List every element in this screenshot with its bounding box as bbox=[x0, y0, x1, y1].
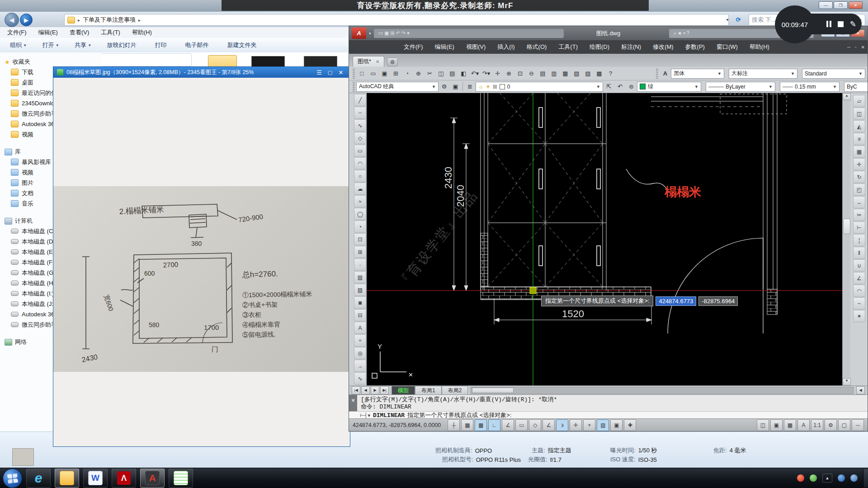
tray-wifi-icon[interactable] bbox=[810, 474, 817, 482]
status-toggle[interactable]: ◇ bbox=[529, 419, 541, 431]
status-coordinates[interactable]: 424874.6773, -82875.6964, 0.0000 bbox=[353, 422, 441, 428]
autocad-menu-item[interactable]: 视图(V) bbox=[460, 41, 491, 53]
status-toggle[interactable]: + bbox=[583, 419, 595, 431]
toolbar-grip[interactable] bbox=[656, 69, 658, 79]
autocad-menu-item[interactable]: 参数(P) bbox=[679, 41, 711, 53]
lineweight-select[interactable]: ——0.15 mm▼ bbox=[780, 82, 840, 92]
autocad-menu-item[interactable]: 编辑(E) bbox=[429, 41, 460, 53]
offset-button[interactable]: ≡ bbox=[853, 133, 865, 145]
layer-previous-button[interactable]: ↶ bbox=[614, 81, 626, 92]
layer-select[interactable]: ☼ ☀ ⊠ 0▼ bbox=[476, 82, 603, 92]
draw-spline-button[interactable]: ≈ bbox=[354, 195, 366, 207]
tab-prev-button[interactable]: ◀ bbox=[361, 386, 370, 394]
mdi-close-button[interactable]: ✕ bbox=[861, 45, 865, 50]
move-button[interactable]: ✛ bbox=[853, 158, 865, 170]
layer-on-icon[interactable]: ☼ bbox=[478, 84, 483, 90]
clean-screen-button[interactable]: ▢ bbox=[838, 419, 850, 431]
address-dropdown-button[interactable]: ▾ bbox=[723, 14, 731, 25]
mdi-restore-button[interactable]: ▫ bbox=[855, 45, 857, 50]
draw-point-button[interactable]: · bbox=[354, 258, 366, 271]
status-toggle[interactable]: ┼ bbox=[448, 419, 460, 431]
toolbar-grip[interactable] bbox=[353, 69, 355, 79]
tray-volume-icon[interactable] bbox=[850, 474, 858, 482]
workspace-select[interactable]: AutoCAD 经典▼ bbox=[356, 82, 439, 92]
table-button[interactable]: ⊟ bbox=[354, 309, 366, 321]
rotate-button[interactable]: ↻ bbox=[853, 171, 865, 183]
make-layer-current-button[interactable]: ⇱ bbox=[603, 81, 614, 92]
table-style-select[interactable]: Standard▼ bbox=[802, 69, 865, 79]
vscroll-thumb[interactable] bbox=[843, 219, 850, 234]
scroll-up-icon[interactable]: ▲ bbox=[843, 93, 851, 100]
back-button[interactable]: ◀ bbox=[5, 13, 19, 27]
taskbar-app-button[interactable] bbox=[55, 469, 79, 488]
autocad-menu-item[interactable]: 标注(N) bbox=[615, 41, 647, 53]
draw-ellipse-arc-button[interactable]: ◔ bbox=[354, 221, 366, 233]
join-button[interactable]: ∪ bbox=[853, 259, 865, 272]
explorer-command-button[interactable]: 新建文件夹 bbox=[224, 39, 263, 51]
draw-line-button[interactable]: ╱ bbox=[354, 94, 366, 106]
hatch-button[interactable]: ▨ bbox=[354, 271, 366, 283]
paste-button[interactable]: ▤ bbox=[447, 68, 458, 79]
make-block-button[interactable]: ⊞ bbox=[354, 246, 366, 258]
autocad-menu-item[interactable]: 插入(I) bbox=[491, 41, 520, 53]
modify-copy-button[interactable]: ◫ bbox=[853, 108, 865, 120]
plot-preview-button[interactable]: ◔ bbox=[401, 68, 413, 79]
stretch-button[interactable]: ↔ bbox=[853, 196, 865, 208]
status-toggle[interactable]: ▣ bbox=[610, 419, 623, 431]
viewer-close-button[interactable]: ✕ bbox=[335, 69, 346, 76]
break-button[interactable]: ‖ bbox=[853, 247, 865, 259]
cut-button[interactable]: ✂ bbox=[424, 68, 435, 79]
explorer-command-button[interactable]: 电子邮件 bbox=[182, 39, 215, 51]
recorder-timer[interactable]: 00:09:47 bbox=[775, 5, 815, 43]
undo-button[interactable]: ↶▾ bbox=[469, 68, 481, 79]
explode-button[interactable]: ✶ bbox=[853, 310, 865, 322]
draw-ellipse-button[interactable]: ◯ bbox=[354, 208, 366, 220]
region-button[interactable]: ◙ bbox=[354, 296, 366, 309]
redo-button[interactable]: ↷▾ bbox=[481, 68, 492, 79]
autocad-menu-item[interactable]: 文件(F) bbox=[398, 41, 429, 53]
explorer-menu-item[interactable]: 工具(T) bbox=[98, 27, 123, 38]
dim-style-select[interactable]: 大标注▼ bbox=[729, 69, 797, 79]
tray-antivirus-icon[interactable] bbox=[797, 474, 804, 482]
explorer-menu-item[interactable]: 查看(V) bbox=[67, 27, 92, 38]
zoom-previous-button[interactable]: ⊖ bbox=[526, 68, 537, 79]
layer-lock-icon[interactable]: ⊠ bbox=[493, 84, 497, 90]
extend-button[interactable]: ⊢ bbox=[853, 221, 865, 234]
pan-button[interactable]: ✛ bbox=[492, 68, 503, 79]
autocad-menu-item[interactable]: 窗口(W) bbox=[711, 41, 744, 53]
break-at-point-button[interactable]: ¦ bbox=[853, 234, 865, 246]
logo-dropdown-icon[interactable]: ▾ bbox=[369, 31, 371, 36]
quick-access-toolbar[interactable]: ▭ ▣ ⊞ ↶ ↷ ▾ bbox=[374, 29, 564, 38]
taskbar-app-button[interactable]: e bbox=[26, 469, 51, 488]
canvas-vscrollbar[interactable]: ▲ ▼ bbox=[842, 93, 850, 385]
quick-view-layouts-button[interactable]: ▣ bbox=[770, 419, 783, 431]
viewer-fullscreen-button[interactable]: ▢ bbox=[325, 70, 335, 75]
match-properties-button[interactable]: ◧ bbox=[458, 68, 469, 79]
save-workspace-button[interactable]: ▣ bbox=[450, 81, 461, 92]
save-button[interactable]: ▣ bbox=[379, 68, 390, 79]
new-button[interactable]: □ bbox=[356, 68, 368, 79]
viewer-titlebar[interactable]: 08榻榻米草图.jpg（3090×1524像素, 2.08MB）- 2345看图… bbox=[53, 67, 350, 78]
layer-properties-button[interactable]: ≣ bbox=[464, 81, 476, 92]
refresh-button[interactable]: ⟳ bbox=[732, 14, 744, 25]
zoom-realtime-button[interactable]: ⊕ bbox=[503, 68, 514, 79]
close-button[interactable]: ✕ bbox=[849, 1, 863, 9]
status-toggle[interactable]: ▭ bbox=[515, 419, 528, 431]
show-desktop-button[interactable] bbox=[863, 469, 868, 488]
properties-button[interactable]: ▤ bbox=[537, 68, 548, 79]
hscroll-thumb[interactable] bbox=[472, 388, 514, 393]
tab-close-icon[interactable]: ✕ bbox=[376, 59, 379, 64]
draw-rectangle-button[interactable]: ▭ bbox=[354, 145, 366, 157]
taskbar-app-button[interactable]: Λ bbox=[112, 469, 136, 488]
mdi-minimize-button[interactable]: ─ bbox=[847, 45, 850, 50]
annotate-pencil-button[interactable]: ✎ bbox=[850, 19, 856, 29]
plot-button[interactable]: ⊞ bbox=[390, 68, 401, 79]
status-toggle[interactable]: ✛ bbox=[570, 419, 582, 431]
layout-tab[interactable]: 布局2 bbox=[442, 386, 468, 395]
draw-arc-button[interactable]: ◠ bbox=[354, 157, 366, 169]
cad-canvas[interactable]: 『育设学堂』出品 bbox=[367, 93, 842, 385]
sketch-image[interactable]: 2.榻榻米铺米 720-900 380 2700 600 总h=2760. 宽6… bbox=[53, 78, 350, 446]
explorer-menu-item[interactable]: 帮助(H) bbox=[129, 27, 155, 38]
taskbar-app-button[interactable] bbox=[169, 469, 193, 488]
quickcalc-button[interactable]: ▩ bbox=[594, 68, 605, 79]
